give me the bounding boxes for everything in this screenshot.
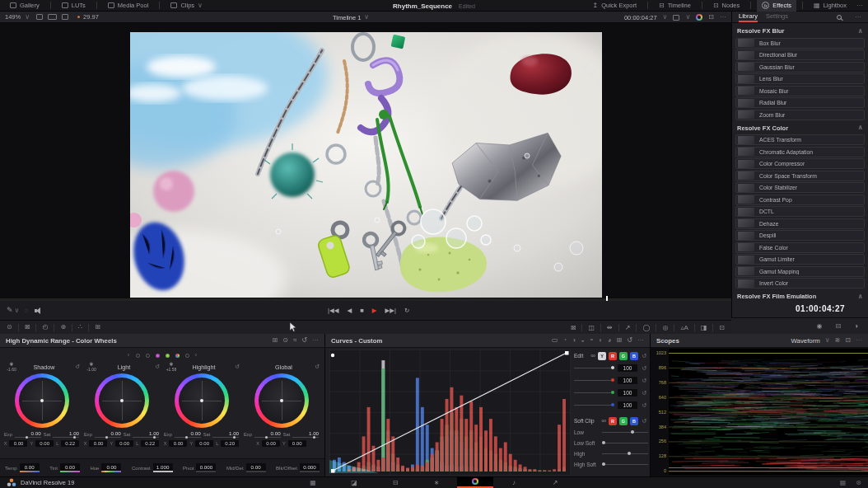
pager-dot[interactable] <box>185 354 189 358</box>
fx-item[interactable]: Radial Blur <box>735 97 865 108</box>
fx-item[interactable]: Invert Color <box>735 278 865 289</box>
pager-dot-magenta[interactable] <box>156 354 160 358</box>
tab-library[interactable]: Library <box>739 12 758 22</box>
fx-item[interactable]: DCTL <box>735 206 865 217</box>
project-manager-icon[interactable]: ▦ <box>840 480 847 486</box>
fx-section-header[interactable]: Resolve FX Film Emulation∧ <box>732 291 868 302</box>
l-value[interactable]: 0.20 <box>221 440 239 447</box>
curve-lum-vs-sat-icon[interactable]: ◓ <box>590 337 594 344</box>
zone-range-control[interactable]: ◉-1.60 <box>3 362 20 372</box>
y-value[interactable]: 0.00 <box>288 440 306 447</box>
y-value[interactable]: 0.00 <box>115 440 133 447</box>
fx-item[interactable]: Gamut Limiter <box>735 254 865 265</box>
magic-mask-icon[interactable]: ▵A <box>680 325 688 331</box>
highlight-color-wheel[interactable] <box>175 373 229 428</box>
more-options-icon[interactable]: ··· <box>856 337 862 344</box>
reset-panel-icon[interactable]: ↺ <box>627 337 632 344</box>
timecodes-icon[interactable]: ◴ <box>42 324 48 331</box>
channel-b-button[interactable]: B <box>630 352 638 360</box>
curve-custom-icon[interactable]: ▭ <box>552 337 558 344</box>
color-picker-icon[interactable]: ↗ <box>625 325 631 331</box>
zone-range-control[interactable]: ◉+1.58 <box>163 362 180 372</box>
high-slider[interactable] <box>602 453 648 454</box>
timeline-button[interactable]: ⊟Timeline <box>654 0 696 12</box>
annotation-pen-icon[interactable]: ✎ <box>7 307 13 314</box>
nodes-button[interactable]: ⊡Nodes <box>708 0 744 12</box>
contrast-value[interactable]: 1.000 <box>153 463 173 472</box>
soft-clip-g-button[interactable]: G <box>619 417 628 425</box>
soft-clip-b-button[interactable]: B <box>630 417 638 425</box>
search-icon[interactable] <box>837 15 842 20</box>
pager-dot-green[interactable] <box>166 354 170 358</box>
curves-overlay-icon[interactable]: ⊠ <box>571 325 576 331</box>
clips-button[interactable]: Clips∨ <box>166 0 208 12</box>
quick-export-button[interactable]: ↥Quick Export <box>587 0 642 12</box>
reset-icon[interactable]: ↺ <box>641 378 648 384</box>
settings-gear-icon[interactable]: ⊛ <box>856 480 861 486</box>
effects-button[interactable]: fxEffects <box>757 0 796 12</box>
shadow-color-wheel[interactable] <box>15 373 69 428</box>
reset-icon[interactable]: ↺ <box>308 364 320 370</box>
exp-slider[interactable]: 0.00 <box>254 430 281 438</box>
viewer-area[interactable] <box>0 23 731 301</box>
temp-value[interactable]: 0.00 <box>20 463 40 472</box>
fx-item[interactable]: Dehaze <box>735 218 865 229</box>
sat-slider[interactable]: 1.00 <box>292 430 319 438</box>
pivot-value[interactable]: 0.000 <box>196 463 216 472</box>
eye-icon[interactable]: ◉ <box>816 323 822 330</box>
green-gain-value[interactable]: 100 <box>618 389 637 396</box>
green-gain-slider[interactable] <box>574 392 614 393</box>
pager-dot-rainbow[interactable] <box>175 354 180 358</box>
x-value[interactable]: 0.00 <box>262 440 280 447</box>
reset-icon[interactable]: ↺ <box>641 402 648 409</box>
l-value[interactable]: 0.22 <box>61 440 79 447</box>
fullscreen-icon[interactable]: ⊡ <box>719 325 725 331</box>
light-color-wheel[interactable] <box>95 373 149 428</box>
scope-settings-icon[interactable]: ≋ <box>835 337 841 344</box>
power-window-icon[interactable]: ◯ <box>642 325 650 331</box>
page-fairlight-button[interactable]: ♪ <box>493 476 534 488</box>
luma-gain-value[interactable]: 100 <box>618 364 637 372</box>
tab-settings[interactable]: Settings <box>766 12 788 22</box>
black-offset-value[interactable]: 0.000 <box>300 463 320 472</box>
loop-icon[interactable]: ↻ <box>404 307 409 314</box>
viewer-zoom-level[interactable]: 149% <box>5 13 21 21</box>
stop-icon[interactable]: ■ <box>360 307 364 314</box>
fx-item[interactable]: Zoom Blur <box>735 110 865 120</box>
enhanced-view-icon[interactable] <box>62 14 68 20</box>
go-to-start-icon[interactable]: |◀◀ <box>328 307 338 314</box>
sat-slider[interactable]: 1.00 <box>133 430 159 438</box>
low-slider[interactable] <box>602 432 648 433</box>
reset-icon[interactable]: ↺ <box>228 364 240 370</box>
unmix-icon[interactable]: ∴ <box>78 324 82 331</box>
x-value[interactable]: 0.00 <box>9 440 27 447</box>
fx-item[interactable]: Color Stabilizer <box>735 182 865 193</box>
fx-item[interactable]: Directional Blur <box>735 49 865 60</box>
pager-dot[interactable] <box>136 354 140 358</box>
more-options-icon[interactable]: ··· <box>720 14 726 21</box>
expand-viewer-icon[interactable]: ⊡ <box>708 14 714 21</box>
fx-section-header[interactable]: Resolve FX Color∧ <box>732 123 868 134</box>
exp-slider[interactable]: 0.00 <box>15 430 41 438</box>
curve-graph[interactable] <box>329 350 571 475</box>
page-deliver-button[interactable]: ↗ <box>534 476 576 488</box>
pager-dot[interactable] <box>146 354 150 358</box>
histogram-icon[interactable]: ⊟ <box>835 323 841 330</box>
channel-g-button[interactable]: G <box>619 352 628 360</box>
grab-still-icon[interactable]: ⊙ <box>7 324 12 331</box>
reference-still-icon[interactable]: ◫ <box>588 325 595 331</box>
fx-item[interactable]: Color Space Transform <box>735 171 865 181</box>
more-options-icon[interactable]: ··· <box>856 2 863 9</box>
lightbox-button[interactable]: ▦Lightbox <box>809 0 852 12</box>
global-color-wheel[interactable] <box>254 373 309 428</box>
step-back-icon[interactable]: ◀ <box>347 307 352 314</box>
luma-gain-slider[interactable] <box>574 368 614 368</box>
contrast-icon[interactable]: ◑ <box>854 323 858 330</box>
fx-item[interactable]: Gaussian Blur <box>735 62 865 73</box>
media-pool-button[interactable]: Media Pool <box>103 0 154 12</box>
play-icon[interactable]: ▶ <box>372 307 377 314</box>
fx-item[interactable]: False Color <box>735 242 865 253</box>
safe-area-icon[interactable]: ⊞ <box>95 324 100 331</box>
page-fusion-button[interactable]: ∗ <box>416 476 457 488</box>
luts-button[interactable]: LUTs <box>57 0 91 12</box>
